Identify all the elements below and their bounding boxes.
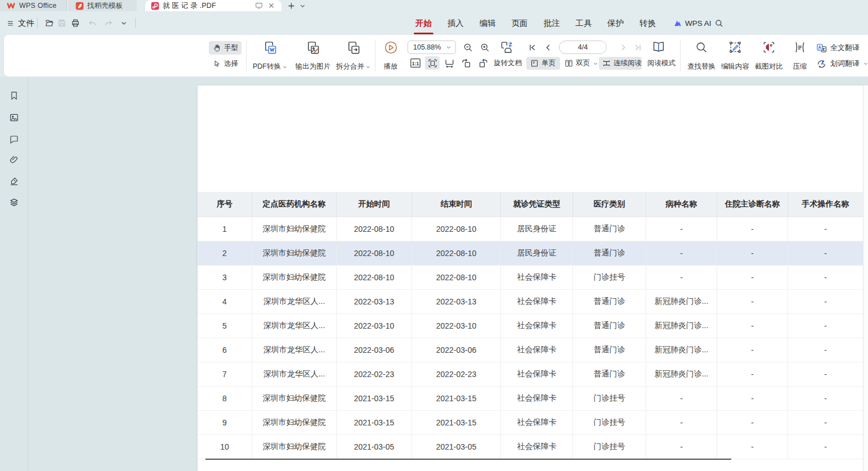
document-workspace: 序号定点医药机构名称开始时间结束时间就诊凭证类型医疗类别病种名称住院主诊断名称手… (0, 77, 868, 471)
table-cell: 2022-03-13 (337, 290, 412, 314)
file-menu-button[interactable]: 文件 (6, 11, 34, 35)
fit-width-button[interactable] (442, 56, 456, 70)
table-cell: - (717, 435, 788, 459)
table-cell: - (717, 314, 788, 338)
full-translate-button[interactable]: 全文翻译 (816, 42, 860, 54)
share-to-screen-icon[interactable] (255, 2, 263, 10)
wps-ai-button[interactable]: WPS AI (673, 11, 712, 35)
table-cell: - (788, 266, 863, 290)
single-page-button[interactable]: 单页 (526, 57, 560, 70)
play-button[interactable]: 播放 (378, 39, 404, 73)
table-row[interactable]: 3深圳市妇幼保健院2022-08-102022-08-10社会保障卡门诊挂号--… (198, 266, 863, 290)
pdf-convert-label: PDF转换 (253, 62, 281, 71)
signature-pen-icon[interactable] (7, 174, 21, 189)
tab-label: WPS Office (19, 2, 56, 10)
menu-item-1[interactable]: 开始 (415, 18, 432, 29)
rotate-left-button[interactable] (459, 56, 473, 70)
select-tool-button[interactable]: 选择 (209, 57, 241, 70)
print-button[interactable] (70, 11, 80, 35)
comment-icon[interactable] (7, 132, 21, 147)
new-tab-button[interactable] (285, 0, 297, 11)
next-page-button[interactable] (616, 41, 630, 54)
first-page-button[interactable] (525, 41, 539, 54)
page-indicator: 4/4 (578, 43, 588, 51)
page-zoom-swap-button[interactable] (498, 39, 514, 55)
table-cell: 社会保障卡 (501, 338, 573, 362)
undo-button[interactable] (87, 11, 97, 35)
table-cell: 2022-08-10 (337, 266, 412, 290)
screenshot-compare-button[interactable]: 截图对比 (752, 39, 786, 73)
divider (37, 18, 38, 28)
single-page-label: 单页 (542, 59, 556, 68)
table-cell: - (788, 338, 863, 362)
table-cell: 2022-08-10 (412, 266, 501, 290)
edit-content-button[interactable]: 编辑内容 (718, 39, 752, 73)
menu-item-4[interactable]: 页面 (512, 18, 528, 29)
table-header-row: 序号定点医药机构名称开始时间结束时间就诊凭证类型医疗类别病种名称住院主诊断名称手… (198, 192, 863, 217)
attachment-icon[interactable] (7, 152, 21, 167)
tab-docer[interactable]: 找稻壳模板 (68, 0, 137, 11)
thumbnail-image-icon[interactable] (7, 110, 21, 125)
split-merge-label: 拆分合并 (336, 62, 364, 71)
hand-tool-label: 手型 (224, 43, 238, 53)
export-image-button[interactable]: 输出为图片 (292, 39, 334, 73)
layers-icon[interactable] (7, 195, 21, 210)
tab-list-chevron-icon[interactable] (297, 0, 307, 11)
continuous-read-button[interactable]: 连续阅读 (599, 57, 642, 70)
menu-item-5[interactable]: 批注 (543, 18, 560, 29)
table-cell: - (717, 290, 788, 314)
pdf-page[interactable]: 序号定点医药机构名称开始时间结束时间就诊凭证类型医疗类别病种名称住院主诊断名称手… (198, 86, 863, 471)
hand-tool-button[interactable]: 手型 (209, 41, 241, 55)
menu-item-7[interactable]: 保护 (607, 18, 624, 29)
vertical-scrollbar[interactable] (863, 86, 868, 471)
tab-wps-office[interactable]: WPS Office (0, 0, 67, 11)
zoom-level-select[interactable]: 105.88% (408, 41, 456, 54)
fit-page-button[interactable] (425, 56, 440, 70)
open-file-button[interactable] (44, 11, 54, 35)
menu-item-2[interactable]: 插入 (448, 18, 464, 29)
table-row[interactable]: 10深圳市妇幼保健院2021-03-052021-03-05社会保障卡门诊挂号-… (198, 435, 863, 459)
bookmark-icon[interactable] (7, 88, 21, 103)
read-mode-icon[interactable] (651, 39, 666, 55)
table-row[interactable]: 5深圳市龙华区人...2022-03-102022-03-10社会保障卡普通门诊… (198, 314, 863, 338)
last-page-button[interactable] (631, 41, 645, 54)
table-row[interactable]: 6深圳市龙华区人...2022-03-062022-03-06社会保障卡普通门诊… (198, 338, 863, 362)
table-row[interactable]: 7深圳市龙华区人...2022-02-232022-02-23社会保障卡普通门诊… (198, 362, 863, 387)
table-row[interactable]: 4深圳市龙华区人...2022-03-132022-03-13社会保障卡普通门诊… (198, 290, 863, 314)
wps-logo-icon (6, 2, 16, 10)
menu-item-3[interactable]: 编辑 (480, 18, 496, 29)
zoom-out-button[interactable] (461, 41, 475, 54)
quick-access-chevron-icon[interactable] (119, 11, 129, 35)
double-page-button[interactable]: 双页 (562, 57, 598, 70)
pdf-convert-button[interactable]: PDF转换 (252, 39, 289, 73)
actual-size-button[interactable]: 1:1 (409, 56, 422, 70)
menu-search-icon[interactable] (714, 11, 724, 35)
close-tab-icon[interactable] (267, 2, 275, 10)
rotate-doc-button[interactable]: 旋转文档 (494, 56, 522, 70)
word-translate-button[interactable]: 划词翻译 (816, 57, 868, 70)
table-cell: 2022-08-10 (337, 217, 412, 241)
menu-item-8[interactable]: 转换 (639, 18, 656, 29)
table-row[interactable]: 2深圳市妇幼保健院2022-08-102022-08-10居民身份证普通门诊--… (198, 241, 863, 266)
page-number-input[interactable]: 4/4 (559, 41, 607, 54)
table-cell: 深圳市龙华区人... (252, 314, 337, 338)
table-cell: 2021-03-15 (337, 411, 412, 435)
read-mode-button[interactable]: 阅读模式 (647, 57, 675, 70)
tab-pdf-document[interactable]: 就 医 记 录 .PDF (145, 0, 281, 11)
compress-button[interactable]: 压缩 (786, 39, 814, 73)
find-replace-button[interactable]: 查找替换 (684, 39, 718, 73)
previous-page-button[interactable] (541, 41, 554, 54)
menu-item-6[interactable]: 工具 (575, 18, 592, 29)
redo-button[interactable] (104, 11, 114, 35)
save-button[interactable] (57, 11, 67, 35)
table-row[interactable]: 9深圳市妇幼保健院2021-03-152021-03-15社会保障卡门诊挂号--… (198, 411, 863, 435)
table-row[interactable]: 8深圳市妇幼保健院2021-03-152021-03-15社会保障卡门诊挂号--… (198, 387, 863, 411)
zoom-in-button[interactable] (478, 41, 491, 54)
split-merge-button[interactable]: 拆分合并 (333, 39, 374, 73)
table-header-cell: 结束时间 (412, 192, 501, 217)
table-cell: 普通门诊 (573, 290, 646, 314)
table-row[interactable]: 1深圳市妇幼保健院2022-08-102022-08-10居民身份证普通门诊--… (198, 217, 863, 241)
rotate-right-button[interactable] (476, 56, 490, 70)
table-cell: 新冠肺炎门诊... (646, 362, 717, 387)
table-cell: 2021-03-15 (412, 411, 501, 435)
